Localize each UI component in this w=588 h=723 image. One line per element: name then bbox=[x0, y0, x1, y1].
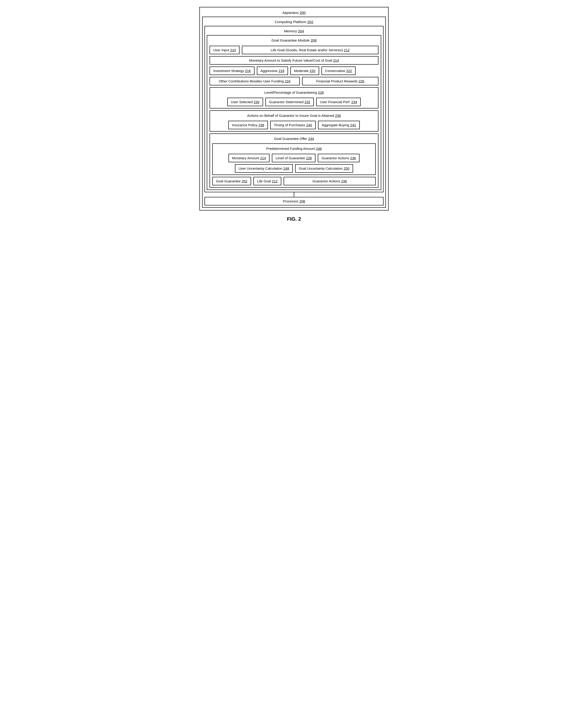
memory-container: Memory 204 Goal Guarantee Module 208 Use… bbox=[205, 26, 383, 192]
moderate-box: Moderate 220 bbox=[290, 66, 319, 75]
aggressive-box: Aggressive 218 bbox=[257, 66, 288, 75]
guarantor-determined-box: Guarantor Determined 232 bbox=[266, 98, 314, 106]
insurance-policy-label: Insurance Policy bbox=[232, 123, 257, 127]
ggm-container: Goal Guarantee Module 208 User Input 210… bbox=[207, 35, 381, 190]
predetermined-funding-label: Predetermined Funding Amount bbox=[266, 147, 315, 150]
connector-line bbox=[294, 192, 294, 197]
other-contributions-box: Other Contributions Besides User Funding… bbox=[210, 77, 300, 85]
guarantor-actions-label: Guarantor Actions bbox=[321, 156, 349, 160]
row-user-input: User Input 210 Life Goal (Goods, Real Es… bbox=[210, 46, 378, 54]
level-percentage-number: 228 bbox=[318, 90, 324, 95]
ggm-label: Goal Guarantee Module bbox=[271, 38, 310, 42]
memory-title: Memory 204 bbox=[207, 28, 381, 34]
life-goal-2-label: Life Goal bbox=[257, 179, 271, 183]
processor-number: 206 bbox=[299, 199, 305, 203]
row-predetermined-items: Monetary Amount 214 Level of Guarantee 2… bbox=[215, 154, 373, 162]
level-percentage-container: Level/Percentage of Guaranteeing 228 Use… bbox=[210, 87, 378, 108]
financial-product-rewards-box: Financial Product Rewards 226 bbox=[302, 77, 378, 85]
guarantor-determined-label: Guarantor Determined bbox=[269, 100, 303, 104]
guarantor-actions-box: Guarantor Actions 236 bbox=[318, 154, 359, 162]
monetary-future-label: Monetary Amount to Satisfy Future Value/… bbox=[249, 58, 332, 62]
goal-uncertainty-box: Goal Uncertainty Calculation 250 bbox=[295, 164, 353, 173]
other-contributions-label: Other Contributions Besides User Funding bbox=[219, 79, 284, 83]
conservative-number: 222 bbox=[346, 69, 352, 73]
level-percentage-label: Level/Percentage of Guaranteeing bbox=[264, 90, 317, 95]
row-other-contributions: Other Contributions Besides User Funding… bbox=[210, 77, 378, 85]
guarantor-actions-container: Actions on Behalf of Guarantor to Insure… bbox=[210, 110, 378, 131]
user-financial-perf-number: 234 bbox=[351, 100, 357, 104]
goal-uncertainty-label: Goal Uncertainty Calculation bbox=[299, 166, 343, 170]
guarantor-actions-2-box: Guarantor Actions 236 bbox=[284, 177, 376, 185]
monetary-amount-number: 214 bbox=[260, 156, 266, 160]
conservative-box: Conservative 222 bbox=[321, 66, 356, 75]
computing-platform-title: Computing Platform 202 bbox=[205, 19, 383, 25]
ggm-title: Goal Guarantee Module 208 bbox=[210, 37, 378, 43]
user-uncertainty-label: User Uncertainty Calculation bbox=[238, 166, 282, 170]
user-input-label: User Input bbox=[213, 48, 229, 52]
monetary-future-box: Monetary Amount to Satisfy Future Value/… bbox=[210, 56, 378, 65]
apparatus-title: Apparatus 200 bbox=[202, 10, 386, 16]
ggm-number: 208 bbox=[311, 38, 317, 42]
user-selected-box: User Selected 230 bbox=[227, 98, 263, 106]
timing-purchases-number: 240 bbox=[306, 123, 312, 127]
goal-guarantee-offer-container: Goal Guarantee Offer 244 Predetermined F… bbox=[210, 133, 378, 188]
user-input-number: 210 bbox=[230, 48, 236, 52]
life-goal-2-number: 212 bbox=[272, 179, 278, 183]
guarantor-determined-number: 232 bbox=[304, 100, 310, 104]
predetermined-funding-container: Predetermined Funding Amount 246 Monetar… bbox=[212, 143, 376, 175]
predetermined-funding-title: Predetermined Funding Amount 246 bbox=[215, 146, 373, 152]
user-financial-perf-label: User Financial Perf. bbox=[320, 100, 350, 104]
processor-label: Processor bbox=[283, 199, 299, 203]
life-goal-number: 212 bbox=[344, 48, 350, 52]
goal-guarantee-box: Goal Guarantee 252 bbox=[212, 177, 251, 185]
user-uncertainty-box: User Uncertainty Calculation 248 bbox=[235, 164, 293, 173]
user-input-box: User Input 210 bbox=[210, 46, 239, 54]
guarantor-actions-2-label: Guarantor Actions bbox=[313, 179, 340, 183]
apparatus-number: 200 bbox=[300, 11, 306, 15]
user-selected-label: User Selected bbox=[231, 100, 253, 104]
computing-platform-number: 202 bbox=[308, 20, 313, 24]
goal-guarantee-offer-label: Goal Guarantee Offer bbox=[274, 137, 307, 141]
row-monetary-future: Monetary Amount to Satisfy Future Value/… bbox=[210, 56, 378, 65]
timing-purchases-box: Timing of Purchases 240 bbox=[270, 121, 316, 129]
user-selected-number: 230 bbox=[254, 100, 259, 104]
monetary-future-number: 214 bbox=[333, 58, 339, 62]
guarantor-actions-header-label: Actions on Behalf of Guarantor to Insure… bbox=[247, 113, 334, 118]
monetary-amount-label: Monetary Amount bbox=[232, 156, 259, 160]
investment-strategy-box: Investment Strategy 216 bbox=[210, 66, 254, 75]
goal-guarantee-offer-number: 244 bbox=[308, 137, 314, 141]
investment-strategy-label: Investment Strategy bbox=[213, 69, 244, 73]
moderate-number: 220 bbox=[310, 69, 315, 73]
guarantor-actions-2-number: 236 bbox=[341, 179, 347, 183]
aggregate-buying-label: Aggregate Buying bbox=[322, 123, 349, 127]
insurance-policy-number: 238 bbox=[258, 123, 264, 127]
goal-uncertainty-number: 250 bbox=[343, 166, 350, 170]
predetermined-funding-number: 246 bbox=[316, 147, 322, 150]
row-guaranteeing: User Selected 230 Guarantor Determined 2… bbox=[212, 98, 376, 106]
life-goal-2-box: Life Goal 212 bbox=[253, 177, 281, 185]
financial-product-rewards-label: Financial Product Rewards bbox=[316, 79, 357, 83]
guarantor-actions-header-number: 236 bbox=[335, 113, 341, 118]
life-goal-label: Life Goal (Goods, Real Estate and/or Ser… bbox=[271, 48, 343, 52]
guarantor-actions-number: 236 bbox=[350, 156, 356, 160]
goal-guarantee-offer-title: Goal Guarantee Offer 244 bbox=[212, 136, 376, 142]
insurance-policy-box: Insurance Policy 238 bbox=[228, 121, 268, 129]
financial-product-rewards-number: 226 bbox=[359, 79, 364, 83]
memory-label: Memory bbox=[284, 29, 297, 33]
apparatus-container: Apparatus 200 Computing Platform 202 Mem… bbox=[200, 7, 388, 210]
apparatus-label: Apparatus bbox=[282, 11, 299, 15]
life-goal-box: Life Goal (Goods, Real Estate and/or Ser… bbox=[242, 46, 378, 54]
row-goal-guarantee: Goal Guarantee 252 Life Goal 212 Guarant… bbox=[212, 177, 376, 185]
level-percentage-title: Level/Percentage of Guaranteeing 228 bbox=[212, 89, 376, 96]
row-investment: Investment Strategy 216 Aggressive 218 M… bbox=[210, 66, 378, 75]
fig-label: FIG. 2 bbox=[287, 216, 301, 222]
user-financial-perf-box: User Financial Perf. 234 bbox=[316, 98, 361, 106]
aggregate-buying-box: Aggregate Buying 242 bbox=[318, 121, 359, 129]
investment-strategy-number: 216 bbox=[245, 69, 251, 73]
memory-number: 204 bbox=[298, 29, 304, 33]
goal-guarantee-label: Goal Guarantee bbox=[216, 179, 241, 183]
monetary-amount-box: Monetary Amount 214 bbox=[229, 154, 270, 162]
level-guarantee-box: Level of Guarantee 228 bbox=[272, 154, 315, 162]
moderate-label: Moderate bbox=[294, 69, 309, 73]
guarantor-actions-title: Actions on Behalf of Guarantor to Insure… bbox=[212, 113, 376, 119]
